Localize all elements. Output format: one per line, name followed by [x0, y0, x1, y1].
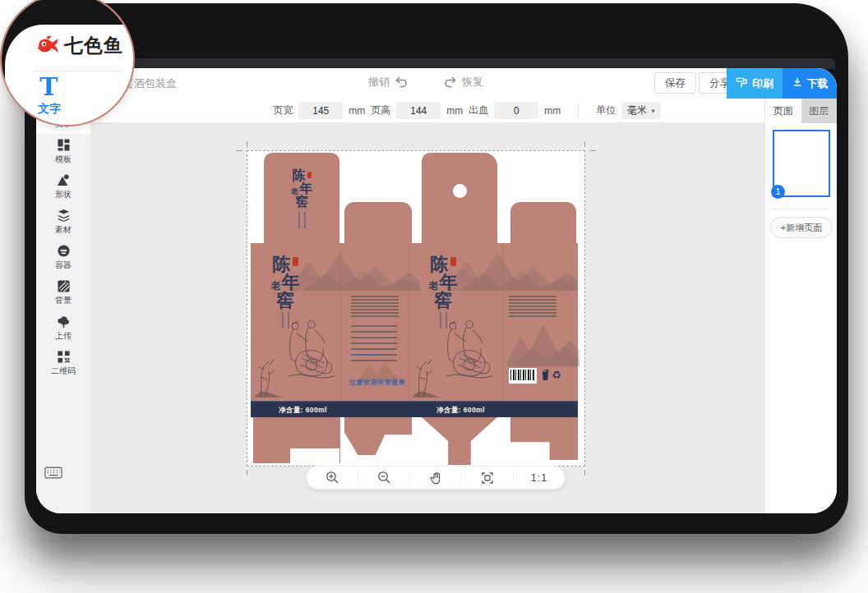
figures-ink-illustration	[284, 319, 338, 381]
mm-label: mm	[544, 105, 561, 117]
page-height-input[interactable]	[396, 102, 441, 119]
page-number-badge: 1	[771, 185, 785, 199]
pan-hand-button[interactable]	[410, 471, 462, 485]
red-seal	[307, 172, 312, 178]
dimension-bar: 页宽 mm 页高 mm 出血 mm 单位 毫米 ▾	[90, 99, 764, 123]
bamboo-ink-art	[252, 353, 289, 399]
undo-label: 撤销	[368, 75, 390, 90]
background-icon	[57, 279, 71, 293]
sidebar-item-background[interactable]: 背景	[36, 275, 90, 310]
app-content: 窖酒包装盒 撤销 恢复 保存 分享 印刷	[36, 68, 837, 513]
alcohol-warning-text: 过量饮酒有害健康	[349, 378, 405, 387]
page-thumbnail[interactable]: 1	[773, 130, 830, 197]
text-tool-label: 文字	[38, 102, 61, 117]
fish-logo-icon	[36, 35, 59, 57]
panel-tabs: 页面 图层	[765, 99, 837, 123]
hang-hole	[453, 184, 467, 198]
artboard[interactable]: 陈 老年 窖	[247, 150, 585, 467]
add-page-button[interactable]: +新增页面	[770, 217, 833, 238]
red-seal	[450, 257, 456, 266]
text-tool-icon[interactable]: T	[39, 72, 58, 101]
crop-mark	[236, 150, 242, 151]
zoom-out-button[interactable]	[358, 471, 410, 485]
dieline-top-flap[interactable]	[344, 202, 412, 243]
unit-label: 单位	[596, 103, 616, 117]
page: 窖酒包装盒 撤销 恢复 保存 分享 印刷	[0, 0, 868, 593]
print-roller-icon	[736, 76, 748, 91]
bleed-input[interactable]	[494, 102, 538, 119]
mm-label: mm	[446, 105, 463, 117]
recycle-icon: ♻	[552, 370, 561, 380]
download-icon	[792, 76, 803, 90]
fine-print-placeholder	[298, 212, 306, 228]
template-icon	[57, 138, 71, 152]
mountain-ink-art	[289, 248, 420, 291]
mountain-ink-art	[446, 248, 578, 291]
divider	[578, 103, 579, 118]
dieline-bottom-flap[interactable]	[253, 417, 340, 463]
zoom-in-button[interactable]	[307, 471, 358, 485]
mountain-ink-art	[507, 312, 579, 366]
dieline-bottom-flap[interactable]	[510, 417, 578, 460]
divider	[33, 71, 122, 71]
dieline-top-flap[interactable]	[510, 202, 576, 243]
unit-select[interactable]: 毫米 ▾	[621, 102, 661, 119]
print-label: 印刷	[752, 76, 773, 91]
dieline-bottom-flap[interactable]	[422, 417, 497, 465]
red-seal	[293, 257, 298, 266]
undo-button[interactable]: 撤销	[368, 75, 408, 90]
net-content-band[interactable]: 净含量: 600ml 净含量: 600ml	[251, 401, 578, 417]
chevron-down-icon: ▾	[651, 107, 655, 115]
assets-icon	[57, 209, 71, 223]
net-content-text: 净含量: 600ml	[436, 406, 485, 416]
mm-label: mm	[349, 105, 365, 117]
keyboard-shortcuts-icon[interactable]	[44, 467, 62, 482]
sidebar-item-container[interactable]: 容器	[36, 240, 90, 275]
tab-layers[interactable]: 图层	[801, 99, 838, 123]
dieline-bottom-flap[interactable]	[344, 417, 412, 455]
shapes-icon	[57, 173, 71, 187]
download-label: 下载	[807, 76, 829, 91]
redo-button[interactable]: 恢复	[444, 75, 483, 90]
tab-pages[interactable]: 页面	[765, 99, 801, 123]
sidebar-item-shapes[interactable]: 形状	[36, 169, 90, 205]
dieline-top-flap[interactable]	[422, 153, 497, 243]
brand-name: 七色鱼	[64, 33, 123, 58]
crop-mark	[584, 141, 585, 147]
page-height-label: 页高	[371, 103, 390, 117]
fit-screen-button[interactable]	[462, 471, 514, 485]
bleed-label: 出血	[469, 103, 488, 117]
top-toolbar: 窖酒包装盒 撤销 恢复 保存 分享 印刷	[36, 68, 837, 99]
upload-cloud-icon	[57, 315, 71, 329]
undo-icon	[395, 76, 408, 88]
crop-mark	[247, 470, 247, 476]
redo-icon	[444, 76, 457, 88]
dieline-top-flap[interactable]: 陈 老年 窖	[264, 153, 339, 243]
bamboo-ink-art	[410, 353, 446, 399]
design-canvas[interactable]: 陈 老年 窖	[90, 123, 764, 513]
product-title: 陈 老年 窖	[427, 255, 459, 329]
tool-sidebar: T 文字 模板 形状 素材 容器	[36, 99, 90, 513]
fine-print-paragraph	[351, 296, 399, 317]
right-panel: 页面 图层 1 +新增页面	[764, 99, 837, 513]
save-button[interactable]: 保存	[654, 72, 696, 94]
redo-label: 恢复	[462, 75, 483, 90]
crop-mark	[247, 141, 247, 147]
crop-mark	[589, 150, 596, 151]
page-width-input[interactable]	[298, 102, 343, 119]
sidebar-item-upload[interactable]: 上传	[36, 310, 90, 346]
crop-mark	[584, 470, 585, 476]
page-width-label: 页宽	[273, 103, 293, 117]
figures-ink-illustration	[441, 319, 496, 381]
actual-size-button[interactable]: 1:1	[514, 471, 565, 485]
print-button[interactable]: 印刷	[727, 68, 783, 99]
download-button[interactable]: 下载	[783, 68, 837, 99]
sidebar-item-assets[interactable]: 素材	[36, 205, 90, 240]
fine-print-url	[351, 354, 379, 356]
barcode	[509, 368, 537, 384]
qrcode-icon	[57, 350, 71, 364]
sidebar-item-qrcode[interactable]: 二维码	[36, 346, 90, 381]
sidebar-item-template[interactable]: 模板	[36, 134, 90, 169]
product-title: 陈 老年 窖	[269, 255, 302, 329]
divider	[772, 209, 830, 209]
